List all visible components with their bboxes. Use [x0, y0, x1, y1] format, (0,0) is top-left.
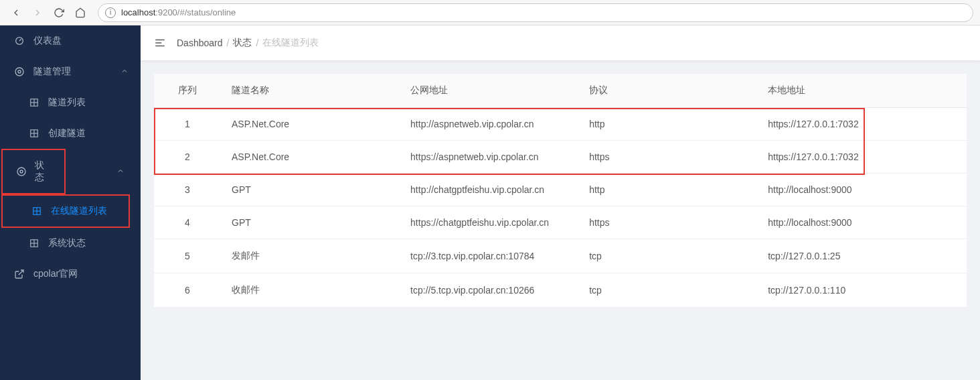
dashboard-icon [13, 35, 25, 47]
cell-public: http://chatgptfeishu.vip.cpolar.cn [400, 174, 578, 206]
table-header-row: 序列 隧道名称 公网地址 协议 本地地址 [154, 74, 967, 108]
sidebar-item-dashboard[interactable]: 仪表盘 [0, 25, 141, 56]
cell-local: tcp://127.0.0.1:110 [757, 273, 967, 308]
status-icon [16, 166, 27, 178]
breadcrumb-current: 在线隧道列表 [262, 37, 319, 49]
sidebar-item-label: 系统状态 [48, 237, 86, 249]
sidebar-item-tunnel-list[interactable]: 隧道列表 [0, 87, 141, 118]
cell-seq: 4 [154, 206, 221, 239]
cell-public: http://aspnetweb.vip.cpolar.cn [400, 108, 578, 141]
site-info-icon[interactable]: i [105, 7, 116, 18]
create-icon [28, 127, 40, 139]
external-link-icon [13, 268, 25, 280]
col-proto: 协议 [578, 74, 757, 108]
nav-back-button[interactable] [7, 3, 25, 22]
url-host: localhost [121, 7, 155, 17]
table-row[interactable]: 5发邮件tcp://3.tcp.vip.cpolar.cn:10784tcptc… [154, 239, 967, 273]
svg-line-17 [19, 270, 23, 275]
system-icon [28, 237, 40, 249]
cell-name: 收邮件 [221, 273, 400, 308]
svg-point-10 [17, 168, 25, 176]
tunnel-icon [13, 66, 25, 78]
cell-seq: 6 [154, 273, 221, 308]
cell-public: tcp://5.tcp.vip.cpolar.cn:10266 [400, 273, 578, 308]
list-icon [28, 97, 40, 109]
table-row[interactable]: 1ASP.Net.Corehttp://aspnetweb.vip.cpolar… [154, 108, 967, 141]
sidebar-item-system-status[interactable]: 系统状态 [0, 228, 141, 259]
table-row[interactable]: 3GPThttp://chatgptfeishu.vip.cpolar.cnht… [154, 174, 967, 206]
sidebar-item-cpolar-site[interactable]: cpolar官网 [0, 259, 141, 290]
url-port: :9200 [155, 7, 177, 17]
tunnel-table-card: 序列 隧道名称 公网地址 协议 本地地址 1ASP.Net.Corehttp:/… [154, 74, 967, 308]
url-input[interactable]: i localhost:9200/#/status/online [98, 3, 973, 22]
cell-public: https://aspnetweb.vip.cpolar.cn [400, 141, 578, 174]
breadcrumb-separator: / [227, 38, 230, 48]
sidebar-item-label: 隧道列表 [48, 97, 86, 109]
cell-name: ASP.Net.Core [221, 108, 400, 141]
sidebar-item-label: 状态 [35, 160, 51, 184]
cell-local: tcp://127.0.0.1:25 [757, 239, 967, 273]
tunnel-table: 序列 隧道名称 公网地址 协议 本地地址 1ASP.Net.Corehttp:/… [154, 74, 967, 308]
content-area: 序列 隧道名称 公网地址 协议 本地地址 1ASP.Net.Corehttp:/… [141, 60, 980, 321]
breadcrumb: Dashboard / 状态 / 在线隧道列表 [177, 37, 319, 49]
sidebar-item-online-tunnels[interactable]: 在线隧道列表 [1, 194, 130, 228]
svg-point-9 [20, 170, 23, 173]
url-path: /#/status/online [177, 7, 236, 17]
cell-proto: http [578, 174, 757, 206]
breadcrumb-separator: / [256, 38, 258, 48]
nav-reload-button[interactable] [50, 3, 68, 22]
menu-toggle-button[interactable] [154, 37, 166, 49]
breadcrumb-item[interactable]: 状态 [233, 37, 252, 49]
browser-address-bar: i localhost:9200/#/status/online [0, 0, 980, 25]
svg-point-1 [18, 70, 21, 73]
sidebar-item-label: 在线隧道列表 [51, 205, 107, 217]
col-seq: 序列 [154, 74, 221, 108]
grid-icon [31, 205, 43, 217]
cell-name: 发邮件 [221, 239, 400, 273]
cell-local: https://127.0.0.1:7032 [757, 141, 967, 174]
cell-local: http://localhost:9000 [757, 174, 967, 206]
table-row[interactable]: 4GPThttps://chatgptfeishu.vip.cpolar.cnh… [154, 206, 967, 239]
topbar: Dashboard / 状态 / 在线隧道列表 [141, 25, 980, 60]
nav-home-button[interactable] [71, 3, 90, 22]
app-container: 仪表盘 隧道管理 隧道列表 创建隧道 状态 [0, 25, 980, 380]
cell-seq: 5 [154, 239, 221, 273]
cell-seq: 1 [154, 108, 221, 141]
col-name: 隧道名称 [221, 74, 400, 108]
sidebar-item-status[interactable]: 状态 [1, 149, 66, 194]
sidebar-item-label: 仪表盘 [33, 35, 62, 47]
cell-public: tcp://3.tcp.vip.cpolar.cn:10784 [400, 239, 578, 273]
main-content: Dashboard / 状态 / 在线隧道列表 序列 隧道名称 公网地址 协议 [141, 25, 980, 380]
cell-name: GPT [221, 206, 400, 239]
sidebar-item-label: 创建隧道 [48, 127, 86, 139]
cell-proto: tcp [578, 239, 757, 273]
cell-proto: http [578, 108, 757, 141]
cell-name: ASP.Net.Core [221, 141, 400, 174]
nav-forward-button[interactable] [28, 3, 47, 22]
cell-proto: https [578, 141, 757, 174]
cell-proto: tcp [578, 273, 757, 308]
sidebar-item-label: 隧道管理 [33, 66, 71, 78]
col-public: 公网地址 [400, 74, 578, 108]
cell-local: https://127.0.0.1:7032 [757, 108, 967, 141]
sidebar-item-tunnel-mgmt[interactable]: 隧道管理 [0, 56, 141, 87]
sidebar-item-create-tunnel[interactable]: 创建隧道 [0, 118, 141, 149]
breadcrumb-item[interactable]: Dashboard [177, 38, 223, 48]
table-row[interactable]: 6收邮件tcp://5.tcp.vip.cpolar.cn:10266tcptc… [154, 273, 967, 308]
chevron-up-icon [120, 66, 129, 77]
cell-name: GPT [221, 174, 400, 206]
cell-seq: 2 [154, 141, 221, 174]
sidebar: 仪表盘 隧道管理 隧道列表 创建隧道 状态 [0, 25, 141, 380]
cell-proto: https [578, 206, 757, 239]
svg-point-2 [15, 68, 23, 76]
cell-seq: 3 [154, 174, 221, 206]
cell-local: http://localhost:9000 [757, 206, 967, 239]
cell-public: https://chatgptfeishu.vip.cpolar.cn [400, 206, 578, 239]
col-local: 本地地址 [757, 74, 967, 108]
chevron-up-icon [116, 166, 125, 177]
sidebar-item-label: cpolar官网 [33, 268, 78, 280]
table-row[interactable]: 2ASP.Net.Corehttps://aspnetweb.vip.cpola… [154, 141, 967, 174]
